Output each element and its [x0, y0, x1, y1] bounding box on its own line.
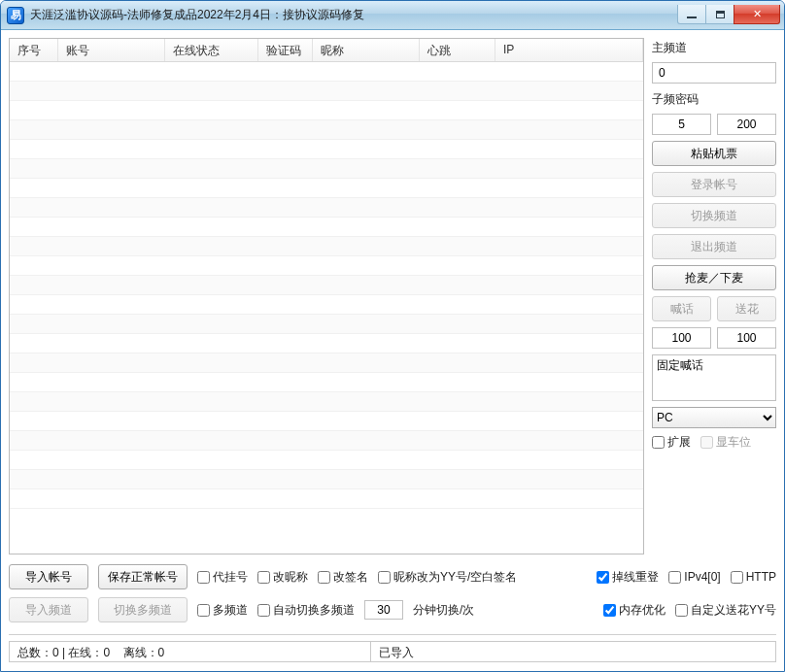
show-station-checkbox-label: 显车位 [716, 434, 751, 451]
expand-checkbox-label: 扩展 [667, 434, 691, 451]
shout-button[interactable]: 喊话 [652, 296, 711, 321]
fixed-shout-textarea[interactable]: 固定喊话 [652, 354, 776, 401]
col-nick[interactable]: 昵称 [313, 39, 420, 61]
table-row [10, 218, 643, 237]
table-row [10, 82, 643, 101]
nick-to-yy-checkbox[interactable]: 昵称改为YY号/空白签名 [378, 569, 517, 586]
account-table[interactable]: 序号 账号 在线状态 验证码 昵称 心跳 IP [9, 38, 644, 554]
send-flower-button[interactable]: 送花 [717, 296, 776, 321]
interval-suffix-label: 分钟切换/次 [413, 602, 474, 619]
table-row [10, 392, 643, 412]
table-row [10, 470, 643, 489]
col-heart[interactable]: 心跳 [420, 39, 495, 61]
window-controls [678, 5, 780, 24]
app-window: 易 天涯泛滥协议源码-法师修复成品2022年2月4日：接协议源码修复 序号 账号… [0, 0, 785, 672]
col-account[interactable]: 账号 [58, 39, 165, 61]
controls-pane: 导入帐号 保存正常帐号 代挂号 改昵称 改签名 昵称改为YY号/空白签名 掉线重… [9, 564, 776, 622]
titlebar[interactable]: 易 天涯泛滥协议源码-法师修复成品2022年2月4日：接协议源码修复 [1, 1, 784, 30]
mem-opt-checkbox[interactable]: 内存优化 [603, 602, 666, 619]
custom-flower-yy-checkbox[interactable]: 自定义送花YY号 [675, 602, 776, 619]
table-row [10, 62, 643, 82]
main-channel-label: 主频道 [652, 40, 776, 56]
table-body[interactable] [10, 62, 643, 554]
client-area: 序号 账号 在线状态 验证码 昵称 心跳 IP [1, 30, 784, 671]
import-channel-button[interactable]: 导入频道 [9, 597, 88, 622]
val-a-input[interactable] [652, 327, 711, 349]
sub-pwd-label: 子频密码 [652, 91, 776, 108]
table-row [10, 101, 643, 120]
upper-pane: 序号 账号 在线状态 验证码 昵称 心跳 IP [9, 38, 776, 554]
table-row [10, 373, 643, 392]
status-total-value: 0 [52, 646, 59, 659]
table-row [10, 451, 643, 470]
table-row [10, 276, 643, 295]
status-offline-label: 离线： [123, 646, 158, 659]
table-row [10, 334, 643, 353]
change-nick-checkbox[interactable]: 改昵称 [257, 569, 308, 586]
maximize-icon [716, 11, 725, 18]
table-row [10, 431, 643, 451]
controls-row-1: 导入帐号 保存正常帐号 代挂号 改昵称 改签名 昵称改为YY号/空白签名 掉线重… [9, 564, 776, 589]
window-title: 天涯泛滥协议源码-法师修复成品2022年2月4日：接协议源码修复 [30, 7, 678, 23]
close-button[interactable] [734, 5, 780, 24]
show-station-checkbox[interactable]: 显车位 [700, 434, 751, 451]
table-row [10, 256, 643, 276]
device-select[interactable]: PC [652, 407, 776, 428]
switch-multi-channel-button[interactable]: 切换多频道 [98, 597, 188, 622]
status-total-label: 总数： [17, 646, 52, 659]
multi-channel-checkbox[interactable]: 多频道 [197, 602, 248, 619]
table-row [10, 489, 643, 509]
status-offline-value: 0 [158, 646, 165, 659]
interval-input[interactable] [364, 600, 403, 620]
table-row [10, 159, 643, 179]
http-checkbox[interactable]: HTTP [731, 570, 776, 584]
col-status[interactable]: 在线状态 [165, 39, 258, 61]
save-normal-account-button[interactable]: 保存正常帐号 [98, 564, 188, 589]
show-station-checkbox-input[interactable] [700, 436, 713, 449]
status-online-label: 在线： [68, 646, 103, 659]
auto-switch-multi-checkbox[interactable]: 自动切换多频道 [257, 602, 355, 619]
statusbar: 总数：0 | 在线：0 离线：0 已导入 [9, 634, 776, 663]
table-row [10, 140, 643, 159]
paste-ticket-button[interactable]: 粘贴机票 [652, 141, 776, 166]
import-account-button[interactable]: 导入帐号 [9, 564, 88, 589]
table-row [10, 179, 643, 198]
col-captcha[interactable]: 验证码 [258, 39, 313, 61]
exit-channel-button[interactable]: 退出频道 [652, 234, 776, 259]
col-ip[interactable]: IP [495, 39, 643, 61]
table-row [10, 315, 643, 334]
close-icon [753, 9, 762, 19]
ipv4-checkbox[interactable]: IPv4[0] [668, 570, 720, 584]
expand-checkbox-input[interactable] [652, 436, 665, 449]
offline-relogin-checkbox[interactable]: 掉线重登 [597, 569, 659, 586]
table-row [10, 198, 643, 218]
status-left: 总数：0 | 在线：0 离线：0 [9, 641, 370, 662]
minimize-icon [687, 17, 697, 18]
col-index[interactable]: 序号 [10, 39, 58, 61]
table-row [10, 120, 643, 140]
sub-val-b-input[interactable] [717, 114, 776, 135]
table-row [10, 353, 643, 373]
table-row [10, 412, 643, 431]
controls-row-2: 导入频道 切换多频道 多频道 自动切换多频道 分钟切换/次 内存优化 自定义送花… [9, 597, 776, 622]
status-right: 已导入 [370, 641, 776, 662]
change-sign-checkbox[interactable]: 改签名 [318, 569, 368, 586]
sidebar: 主频道 子频密码 粘贴机票 登录帐号 切换频道 退出频道 抢麦／下麦 喊话 送花 [652, 38, 776, 554]
proxy-account-checkbox[interactable]: 代挂号 [197, 569, 248, 586]
table-row [10, 295, 643, 315]
login-account-button[interactable]: 登录帐号 [652, 172, 776, 197]
switch-channel-button[interactable]: 切换频道 [652, 203, 776, 228]
app-icon: 易 [7, 7, 24, 24]
val-b-input[interactable] [717, 327, 776, 349]
grab-mic-button[interactable]: 抢麦／下麦 [652, 265, 776, 290]
status-online-value: 0 [103, 646, 110, 659]
table-header: 序号 账号 在线状态 验证码 昵称 心跳 IP [10, 39, 643, 62]
expand-checkbox[interactable]: 扩展 [652, 434, 691, 451]
main-channel-input[interactable] [652, 62, 776, 84]
table-row [10, 237, 643, 256]
maximize-button[interactable] [705, 5, 734, 24]
sub-val-a-input[interactable] [652, 114, 711, 135]
minimize-button[interactable] [677, 5, 706, 24]
